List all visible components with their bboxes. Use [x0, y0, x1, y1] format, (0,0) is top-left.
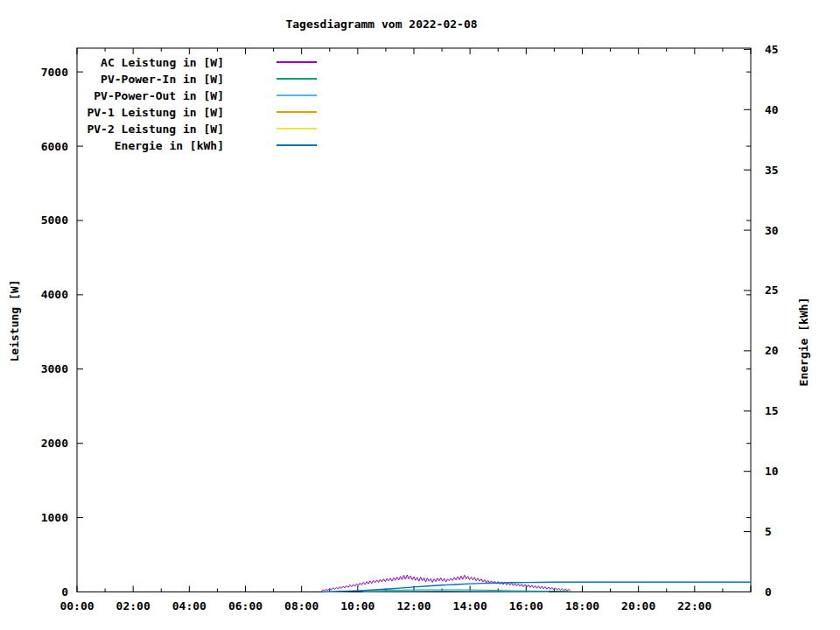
y-right-tick-label: 40	[765, 103, 779, 116]
y-left-tick-label: 1000	[41, 511, 68, 524]
y-left-tick-label: 2000	[41, 437, 68, 450]
y-left-tick-label: 7000	[41, 66, 68, 79]
y-right-tick-label: 25	[765, 284, 779, 297]
x-tick-label: 02:00	[116, 599, 150, 612]
y-left-tick-label: 0	[61, 585, 68, 598]
x-tick-label: 16:00	[509, 599, 543, 612]
legend-label: Energie in [kWh]	[115, 139, 224, 152]
x-tick-label: 10:00	[340, 599, 374, 612]
x-tick-label: 14:00	[453, 599, 487, 612]
x-tick-label: 18:00	[565, 599, 599, 612]
x-tick-label: 06:00	[228, 599, 262, 612]
plot-canvas: 00:0002:0004:0006:0008:0010:0012:0014:00…	[0, 0, 840, 630]
legend-label: PV-Power-In in [W]	[101, 73, 224, 86]
y-left-tick-label: 3000	[41, 362, 68, 375]
y-right-tick-label: 45	[765, 43, 779, 56]
tagesdiagramm-chart: Tagesdiagramm vom 2022-02-08 Leistung [W…	[0, 0, 840, 630]
y-right-tick-label: 15	[765, 404, 779, 417]
x-tick-label: 00:00	[60, 599, 94, 612]
legend-label: PV-2 Leistung in [W]	[87, 122, 224, 136]
legend-label: PV-1 Leistung in [W]	[87, 106, 224, 119]
y-left-tick-label: 5000	[41, 214, 68, 227]
x-tick-label: 08:00	[284, 599, 318, 612]
y-left-tick-label: 4000	[41, 288, 68, 301]
x-tick-label: 22:00	[677, 599, 711, 612]
y-right-tick-label: 5	[765, 525, 772, 538]
y-right-tick-label: 20	[765, 344, 779, 357]
series-line	[363, 592, 549, 592]
y-left-tick-label: 6000	[41, 140, 68, 153]
x-tick-label: 12:00	[396, 599, 430, 612]
y-right-tick-label: 30	[765, 224, 779, 237]
y-right-tick-label: 0	[765, 585, 772, 598]
series-line	[321, 575, 570, 592]
legend-label: AC Leistung in [W]	[101, 56, 224, 69]
x-tick-label: 04:00	[172, 599, 206, 612]
y-right-tick-label: 35	[765, 164, 779, 177]
y-right-tick-label: 10	[765, 465, 779, 478]
legend-label: PV-Power-Out in [W]	[94, 89, 224, 102]
x-tick-label: 20:00	[621, 599, 655, 612]
